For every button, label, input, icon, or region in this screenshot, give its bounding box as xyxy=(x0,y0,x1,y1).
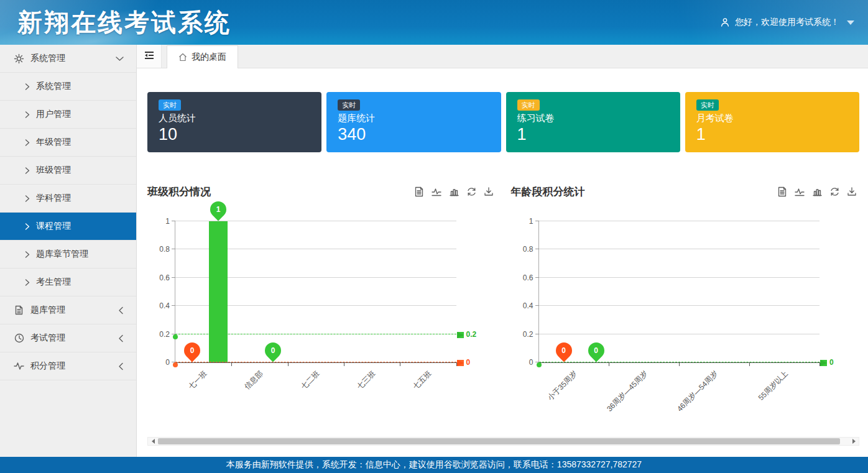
sidebar-item-label: 班级管理 xyxy=(36,165,71,176)
chevron-right-icon xyxy=(25,111,30,118)
restore-icon[interactable] xyxy=(466,186,477,197)
y-tick-label: 0 xyxy=(165,358,170,367)
stat-card-monthly-papers: 实时 月考试卷 1 xyxy=(685,92,859,152)
stat-label: 练习试卷 xyxy=(517,113,669,124)
scroll-right-icon xyxy=(852,439,856,444)
y-tick-label: 0.2 xyxy=(523,330,533,339)
y-tick-label: 0.6 xyxy=(159,273,170,282)
sidebar-fold-button[interactable] xyxy=(137,45,162,68)
scrollbar-thumb[interactable] xyxy=(158,438,840,444)
y-tick-label: 1 xyxy=(529,217,533,226)
chevron-right-icon xyxy=(25,195,30,202)
horizontal-scrollbar[interactable] xyxy=(147,437,859,446)
chevron-left-icon xyxy=(118,362,124,370)
x-tick-label: 七一班 xyxy=(187,369,210,392)
avg-markline-label: 0 xyxy=(466,358,471,367)
sidebar-item-subjects[interactable]: 学科管理 xyxy=(0,185,136,213)
sidebar-item-question-chapters[interactable]: 题库章节管理 xyxy=(0,241,136,269)
sidebar-group-label: 积分管理 xyxy=(30,360,65,372)
class-points-chart: 班级积分情况 xyxy=(147,185,496,408)
user-icon xyxy=(720,17,730,27)
bar-chart-icon[interactable] xyxy=(812,186,823,197)
markpoint-pin: 0 xyxy=(184,342,200,362)
y-tick-label: 0.8 xyxy=(523,245,533,254)
chart-title: 班级积分情况 xyxy=(147,185,211,199)
sidebar-item-courses[interactable]: 课程管理 xyxy=(0,213,136,241)
stat-card-practice-papers: 实时 练习试卷 1 xyxy=(506,92,680,152)
realtime-badge: 实时 xyxy=(159,99,181,111)
realtime-badge: 实时 xyxy=(517,99,540,111)
bar-chart-icon[interactable] xyxy=(449,186,459,197)
sidebar-item-label: 学科管理 xyxy=(36,193,71,204)
chevron-left-icon xyxy=(118,306,124,315)
app-footer: 本服务由新翔软件提供，系统开发：信息中心，建议使用谷歌浏览器访问，联系电话：13… xyxy=(0,457,868,473)
data-view-icon[interactable] xyxy=(414,186,424,197)
y-tick-label: 0.2 xyxy=(159,330,170,339)
y-tick-label: 0.6 xyxy=(523,273,533,282)
chevron-right-icon xyxy=(25,223,30,230)
tab-label: 我的桌面 xyxy=(192,52,226,63)
sidebar-group-system[interactable]: 系统管理 xyxy=(0,45,136,73)
x-tick-label: 55周岁以上 xyxy=(756,369,790,403)
app-header: 新翔在线考试系统 您好，欢迎使用考试系统！ xyxy=(0,0,868,45)
chevron-right-icon xyxy=(25,139,30,146)
tab-my-desktop[interactable]: 我的桌面 xyxy=(167,45,238,68)
sidebar-group-points[interactable]: 积分管理 xyxy=(0,352,136,380)
markline-arrow xyxy=(457,332,464,338)
sidebar-group-exam[interactable]: 考试管理 xyxy=(0,324,136,352)
chevron-right-icon xyxy=(25,279,30,286)
stat-value: 340 xyxy=(338,125,489,144)
y-tick-label: 0.4 xyxy=(159,301,170,310)
main-area: 我的桌面 实时 人员统计 10 实时 题库统计 340 xyxy=(137,45,868,457)
x-tick-label: 信息部 xyxy=(242,369,265,392)
sidebar-item-system[interactable]: 系统管理 xyxy=(0,73,136,101)
user-menu[interactable]: 您好，欢迎使用考试系统！ xyxy=(720,17,868,28)
home-icon xyxy=(178,53,187,62)
charts-row: 班级积分情况 xyxy=(147,185,859,408)
chevron-down-icon xyxy=(847,21,854,25)
sidebar-item-users[interactable]: 用户管理 xyxy=(0,101,136,129)
line-chart-icon[interactable] xyxy=(431,186,442,197)
markpoint-pin: 0 xyxy=(588,342,604,362)
chart-toolbox xyxy=(414,186,496,197)
stat-value: 10 xyxy=(159,125,310,144)
line-chart-icon[interactable] xyxy=(794,186,805,197)
sidebar-item-grades[interactable]: 年级管理 xyxy=(0,129,136,157)
x-tick-label: 七三班 xyxy=(355,369,378,392)
sidebar: 系统管理 系统管理 用户管理 年级管理 班级管理 xyxy=(0,45,137,457)
scroll-right-button[interactable] xyxy=(849,438,859,445)
scroll-left-button[interactable] xyxy=(148,438,158,445)
markline-dot xyxy=(173,362,178,367)
restore-icon[interactable] xyxy=(829,186,840,197)
sidebar-group-question-bank[interactable]: 题库管理 xyxy=(0,296,136,324)
chart-plot: 0 0.2 0.4 0.6 0.8 1 xyxy=(511,203,860,408)
avg-markline-series2 xyxy=(175,334,456,334)
sidebar-item-examinees[interactable]: 考生管理 xyxy=(0,269,136,296)
pulse-icon xyxy=(14,361,24,372)
download-icon[interactable] xyxy=(847,186,857,197)
chart-plot: 0 0.2 0.4 0.6 0.8 1 xyxy=(147,203,496,408)
sidebar-item-label: 系统管理 xyxy=(36,81,71,92)
download-icon[interactable] xyxy=(484,186,494,197)
y-tick-label: 0.8 xyxy=(159,245,170,254)
chevron-right-icon xyxy=(25,251,30,258)
sidebar-item-label: 课程管理 xyxy=(36,221,71,232)
data-view-icon[interactable] xyxy=(777,186,787,197)
clock-icon xyxy=(14,333,24,344)
bar-series2-cat1 xyxy=(209,221,228,362)
sidebar-group-label: 考试管理 xyxy=(30,333,65,344)
sidebar-item-classes[interactable]: 班级管理 xyxy=(0,157,136,185)
avg-markline-series2 xyxy=(539,362,820,362)
stat-value: 1 xyxy=(696,125,848,144)
footer-text: 本服务由新翔软件提供，系统开发：信息中心，建议使用谷歌浏览器访问，联系电话：13… xyxy=(226,459,642,471)
menu-fold-icon xyxy=(144,50,155,63)
gear-icon xyxy=(14,53,24,64)
stat-card-question-bank: 实时 题库统计 340 xyxy=(326,92,501,152)
avg-markline-label: 0.2 xyxy=(466,330,477,339)
markline-arrow xyxy=(820,360,827,366)
markline-arrow xyxy=(457,360,464,366)
app-window: 新翔在线考试系统 您好，欢迎使用考试系统！ 系统管理 系统管理 xyxy=(0,0,868,473)
stat-label: 题库统计 xyxy=(338,113,489,124)
markpoint-pin: 0 xyxy=(556,342,572,362)
markpoint-pin: 1 xyxy=(210,201,226,221)
